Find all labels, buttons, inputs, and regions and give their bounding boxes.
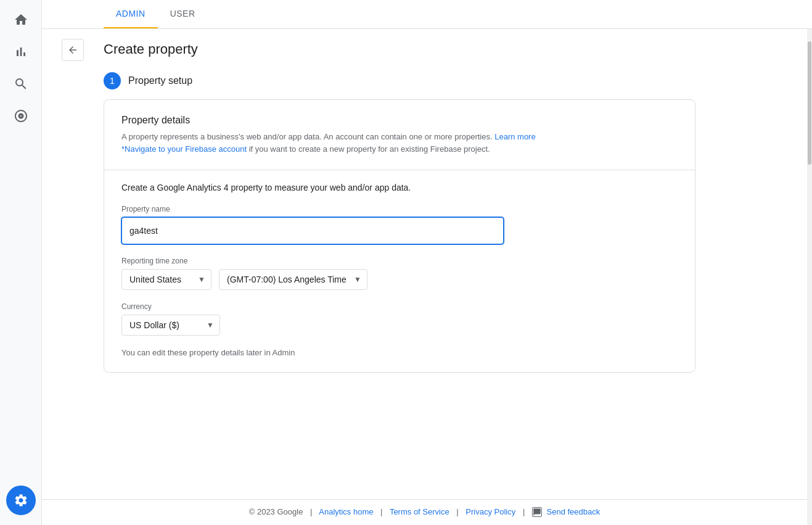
form-section: Property name Reporting time zone [104, 205, 695, 372]
step-header: 1 Property setup [104, 72, 782, 89]
firebase-link[interactable]: *Navigate to your Firebase account [121, 144, 247, 154]
property-name-group: Property name [121, 205, 678, 244]
feedback-icon [532, 507, 542, 517]
top-tabs: ADMIN USER [42, 0, 812, 29]
tab-admin[interactable]: ADMIN [104, 0, 158, 28]
property-details-section: Property details A property represents a… [104, 100, 695, 170]
bar-chart-icon[interactable] [6, 37, 36, 67]
main-content: ADMIN USER Create property [42, 0, 812, 525]
copyright: © 2023 Google [249, 507, 303, 516]
privacy-link[interactable]: Privacy Policy [465, 507, 515, 516]
ga4-label: Create a Google Analytics 4 property to … [104, 170, 695, 192]
timezone-select-wrapper: (GMT-07:00) Los Angeles Time (GMT-05:00)… [219, 269, 367, 290]
card-section-desc: A property represents a business's web a… [121, 131, 678, 155]
timezone-label: Reporting time zone [121, 257, 678, 265]
feedback-link[interactable]: Send feedback [532, 507, 600, 516]
property-name-input[interactable] [121, 217, 504, 244]
page-title: Create property [104, 41, 782, 57]
terms-link[interactable]: Terms of Service [390, 507, 449, 516]
property-card: Property details A property represents a… [104, 99, 695, 373]
step-label: Property setup [128, 75, 192, 86]
learn-more-link[interactable]: Learn more [494, 132, 535, 141]
analytics-home-link[interactable]: Analytics home [319, 507, 373, 516]
tab-user[interactable]: USER [158, 0, 208, 28]
left-panel [42, 29, 104, 499]
target-icon[interactable] [6, 101, 36, 131]
home-icon[interactable] [6, 5, 36, 35]
currency-select-wrapper: US Dollar ($) Euro (€) British Pound (£)… [121, 315, 220, 336]
currency-label: Currency [121, 302, 678, 311]
timezone-row: United States United Kingdom Canada Aust… [121, 269, 678, 290]
sidebar [0, 0, 42, 525]
property-name-label: Property name [121, 205, 678, 213]
timezone-select[interactable]: (GMT-07:00) Los Angeles Time (GMT-05:00)… [219, 269, 367, 290]
settings-icon[interactable] [6, 486, 36, 515]
scroll-thumb[interactable] [808, 41, 811, 165]
scroll-indicator [807, 29, 812, 525]
currency-group: Currency US Dollar ($) Euro (€) British … [121, 302, 678, 336]
edit-hint: You can edit these property details late… [121, 348, 678, 357]
ga4-form-section: Create a Google Analytics 4 property to … [104, 170, 695, 372]
country-select[interactable]: United States United Kingdom Canada Aust… [121, 269, 211, 290]
currency-select[interactable]: US Dollar ($) Euro (€) British Pound (£) [121, 315, 220, 336]
feedback-label: Send feedback [547, 507, 601, 516]
timezone-group: Reporting time zone United States United… [121, 257, 678, 290]
footer: © 2023 Google | Analytics home | Terms o… [42, 499, 807, 525]
back-button[interactable] [62, 39, 84, 61]
step-number: 1 [104, 72, 121, 89]
page-content: Create property 1 Property setup Propert… [104, 29, 807, 499]
card-section-title: Property details [121, 115, 678, 126]
country-select-wrapper: United States United Kingdom Canada Aust… [121, 269, 211, 290]
magnify-icon[interactable] [6, 69, 36, 99]
